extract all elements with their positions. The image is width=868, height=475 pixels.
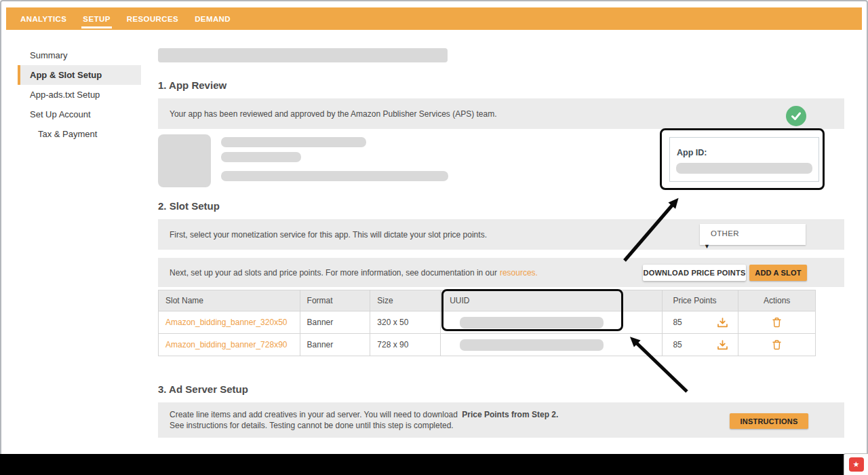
col-header-actions: Actions [738, 290, 815, 311]
price-points-value: 85 [673, 340, 682, 349]
sidebar-item-app-slot-setup[interactable]: App & Slot Setup [18, 65, 141, 85]
sidebar-item-tax-payment[interactable]: Tax & Payment [18, 124, 141, 144]
delete-icon[interactable] [772, 317, 782, 328]
appid-highlight-box: App ID: [660, 128, 825, 190]
slot-name-link[interactable]: Amazon_bidding_banner_320x50 [165, 318, 287, 327]
app-id-label: App ID: [677, 148, 707, 157]
ad-server-line1-text: Create line items and add creatives in y… [170, 410, 458, 419]
table-row: Amazon_bidding_banner_728x90 Banner 728 … [159, 333, 815, 356]
download-icon[interactable] [717, 340, 728, 350]
slot-format: Banner [300, 334, 371, 356]
redacted-app-id-value [676, 163, 812, 174]
slot-name-link[interactable]: Amazon_bidding_banner_728x90 [165, 340, 287, 349]
tab-demand[interactable]: DEMAND [195, 7, 231, 30]
resources-link[interactable]: resources. [500, 268, 538, 278]
monetization-service-dropdown[interactable]: OTHER ▼ [700, 224, 806, 245]
redacted-app-name [221, 137, 366, 147]
redacted-app-icon [158, 134, 211, 187]
sidebar-item-summary[interactable]: Summary [18, 45, 141, 65]
redacted-uuid [460, 339, 604, 351]
col-header-slot-name: Slot Name [159, 290, 300, 311]
top-nav: ANALYTICS SETUP RESOURCES DEMAND [6, 7, 862, 30]
price-points-value: 85 [673, 318, 682, 327]
slots-text: Next, set up your ad slots and price poi… [170, 268, 497, 278]
download-price-points-button[interactable]: DOWNLOAD PRICE POINTS [643, 265, 746, 281]
col-header-format: Format [300, 290, 371, 311]
redacted-uuid [460, 317, 604, 328]
col-header-uuid: UUID [441, 290, 663, 311]
bottom-bar [0, 454, 868, 475]
slot-table-header-row: Slot Name Format Size UUID Price Points … [159, 290, 815, 311]
ad-server-heading: 3. Ad Server Setup [158, 383, 248, 395]
app-review-heading: 1. App Review [158, 79, 226, 91]
app-id-panel: App ID: [669, 137, 819, 182]
monetization-service-value: OTHER [711, 229, 739, 238]
slot-size: 728 x 90 [370, 334, 441, 356]
delete-icon[interactable] [772, 339, 782, 350]
approved-check-icon [786, 106, 806, 126]
sidebar-item-app-ads-txt-setup[interactable]: App-ads.txt Setup [18, 85, 141, 104]
tab-resources[interactable]: RESOURCES [127, 7, 178, 30]
redacted-page-title [158, 48, 448, 62]
col-header-size: Size [370, 290, 441, 311]
sidebar: Summary App & Slot Setup App-ads.txt Set… [0, 30, 153, 144]
add-a-slot-button[interactable]: ADD A SLOT [749, 265, 807, 281]
tab-analytics[interactable]: ANALYTICS [20, 7, 66, 30]
tab-setup[interactable]: SETUP [83, 7, 110, 30]
table-row: Amazon_bidding_banner_320x50 Banner 320 … [159, 311, 815, 333]
instructions-button[interactable]: INSTRUCTIONS [730, 413, 808, 429]
star-extension-icon: ★ [849, 457, 864, 472]
slot-format: Banner [300, 311, 371, 333]
redacted-app-detail [221, 152, 301, 162]
slot-setup-heading: 2. Slot Setup [158, 200, 220, 212]
browser-extension-badge[interactable]: ★ [844, 453, 868, 475]
app-review-status-text: Your app has been reviewed and approved … [170, 109, 497, 119]
slot-table: Slot Name Format Size UUID Price Points … [158, 290, 816, 356]
download-icon[interactable] [717, 318, 728, 328]
monetization-text: First, select your monetization service … [170, 230, 487, 240]
redacted-app-url [221, 171, 448, 181]
sidebar-item-set-up-account[interactable]: Set Up Account [18, 104, 141, 124]
app-review-status-banner: Your app has been reviewed and approved … [158, 98, 844, 129]
slot-size: 320 x 50 [370, 311, 441, 333]
ad-server-line1-bold: Price Points from Step 2. [462, 410, 558, 419]
chevron-down-icon: ▼ [704, 243, 710, 250]
col-header-price-points: Price Points [663, 290, 738, 311]
